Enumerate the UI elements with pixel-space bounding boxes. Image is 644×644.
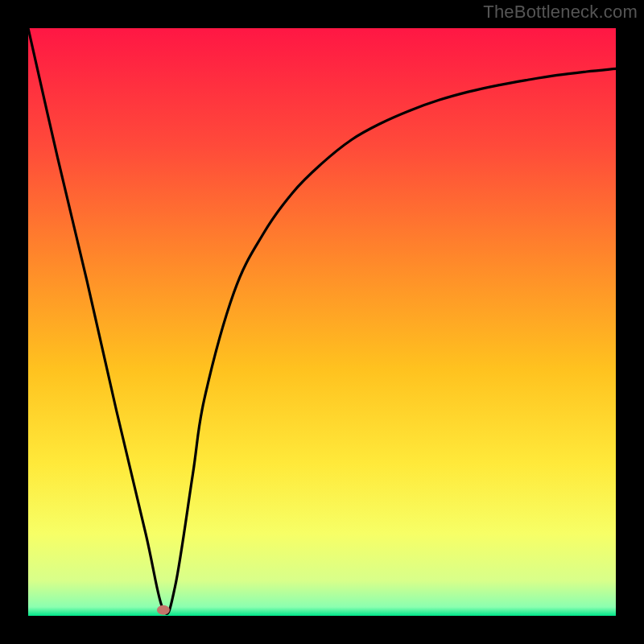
marker-dot xyxy=(157,605,170,615)
plot-svg xyxy=(28,28,616,616)
gradient-background xyxy=(28,28,616,616)
watermark-text: TheBottleneck.com xyxy=(483,2,638,23)
bottleneck-plot xyxy=(28,28,616,616)
chart-frame: TheBottleneck.com xyxy=(0,0,644,644)
